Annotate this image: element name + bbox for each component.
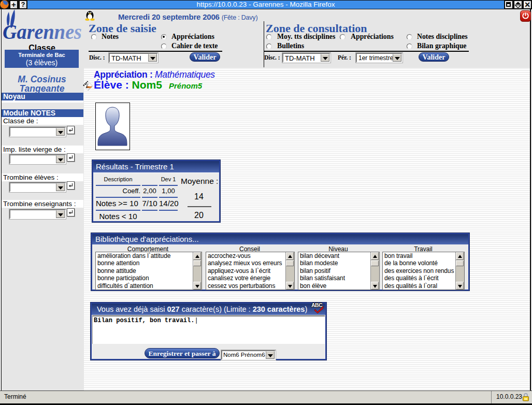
svg-text:Garennes: Garennes xyxy=(3,20,82,41)
